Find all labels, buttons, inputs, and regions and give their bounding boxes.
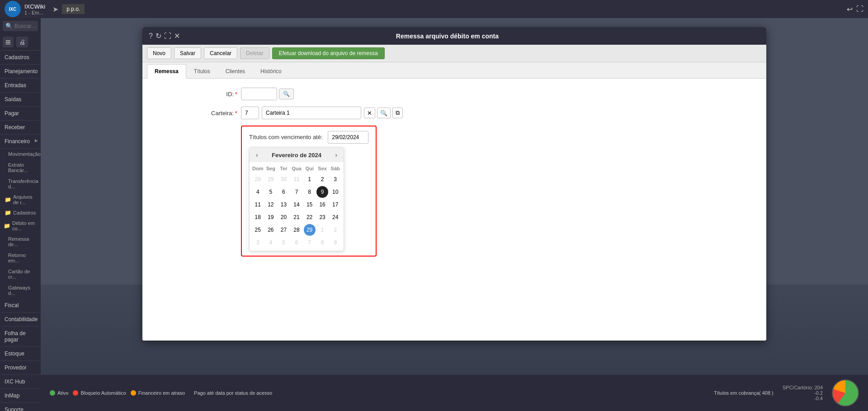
calendar-day[interactable]: 3: [330, 173, 341, 185]
sidebar-search[interactable]: 🔍: [3, 21, 38, 31]
calendar-day[interactable]: 17: [330, 199, 341, 210]
deletar-button[interactable]: Deletar: [240, 47, 269, 59]
top-tab[interactable]: p.p.o.: [62, 4, 85, 14]
calendar-day[interactable]: 2: [330, 224, 341, 236]
calendar-day-today[interactable]: 9: [316, 186, 328, 198]
sidebar-item-receber[interactable]: Receber: [0, 121, 41, 135]
carteira-name-input[interactable]: [262, 107, 361, 119]
calendar-next-button[interactable]: ›: [332, 150, 340, 159]
calendar-day[interactable]: 28: [291, 224, 302, 236]
calendar-day[interactable]: 22: [304, 211, 316, 223]
calendar-day[interactable]: 5: [265, 186, 277, 198]
carteira-clear-button[interactable]: ✕: [364, 107, 375, 118]
sidebar-item-inmap[interactable]: InMap: [0, 389, 41, 403]
tab-clientes[interactable]: Clientes: [218, 64, 253, 78]
sidebar-sub-extrato[interactable]: Extrato Bancár...: [0, 159, 41, 176]
sidebar-sub-gateways[interactable]: Gateways d...: [0, 282, 41, 299]
calendar-day[interactable]: 19: [265, 211, 277, 223]
calendar-day[interactable]: 4: [265, 237, 277, 248]
calendar-day[interactable]: 11: [252, 199, 264, 210]
id-search-button[interactable]: 🔍: [279, 89, 294, 99]
calendar-day[interactable]: 6: [278, 186, 289, 198]
calendar-day[interactable]: 18: [252, 211, 264, 223]
sidebar-item-planejamento[interactable]: Planejamento: [0, 65, 41, 79]
download-button[interactable]: Efetuar download do arquivo de remessa: [272, 47, 385, 59]
calendar-day[interactable]: 8: [316, 237, 328, 248]
sidebar-folder-debito[interactable]: Débito em co...: [0, 218, 41, 234]
sidebar-item-financeiro[interactable]: Financeiro: [0, 135, 41, 149]
carteira-open-button[interactable]: ⧉: [392, 107, 403, 118]
sidebar-item-entradas[interactable]: Entradas: [0, 79, 41, 93]
undo-icon[interactable]: ↩: [847, 5, 853, 14]
calendar-day[interactable]: 30: [278, 173, 289, 185]
calendar-prev-button[interactable]: ‹: [253, 150, 261, 159]
calendar-day[interactable]: 24: [330, 211, 341, 223]
sidebar-item-suporte[interactable]: Suporte: [0, 403, 41, 411]
sidebar-sub-transferencia[interactable]: Transferência d...: [0, 176, 41, 192]
calendar-day[interactable]: 7: [304, 237, 316, 248]
expand-icon[interactable]: ⛶: [164, 32, 171, 40]
salvar-button[interactable]: Salvar: [174, 47, 201, 59]
calendar-day[interactable]: 20: [278, 211, 289, 223]
weekday-dom: Dom: [251, 164, 264, 173]
tab-historico[interactable]: Histórico: [253, 64, 289, 78]
sidebar-item-ixchub[interactable]: IXC Hub: [0, 375, 41, 389]
sidebar-sub-movimentacao[interactable]: Movimentação: [0, 149, 41, 159]
sidebar-item-provedor[interactable]: Provedor: [0, 361, 41, 375]
calendar-day[interactable]: 13: [278, 199, 289, 210]
sidebar-item-fiscal[interactable]: Fiscal: [0, 299, 41, 313]
sidebar-sub-retorno[interactable]: Retorno em...: [0, 250, 41, 266]
calendar-day[interactable]: 26: [265, 224, 277, 236]
calendar-day[interactable]: 14: [291, 199, 302, 210]
calendar-day-selected[interactable]: 29: [304, 224, 316, 236]
calendar-day[interactable]: 3: [252, 237, 264, 248]
id-input[interactable]: [241, 88, 277, 100]
sidebar-sub-remessa[interactable]: Remessa de...: [0, 234, 41, 250]
calendar-day[interactable]: 25: [252, 224, 264, 236]
close-icon[interactable]: ✕: [174, 32, 180, 40]
calendar-day[interactable]: 29: [265, 173, 277, 185]
carteira-search-button[interactable]: 🔍: [377, 107, 391, 118]
date-input[interactable]: [328, 131, 368, 144]
sidebar-item-saidas[interactable]: Saídas: [0, 93, 41, 107]
calendar-day[interactable]: 4: [252, 186, 264, 198]
calendar-day[interactable]: 1: [316, 224, 328, 236]
tab-titulos[interactable]: Títulos: [186, 64, 218, 78]
print-btn[interactable]: 🖨: [16, 37, 28, 47]
calendar-day[interactable]: 15: [304, 199, 316, 210]
calendar-day[interactable]: 8: [304, 186, 316, 198]
nav-icon[interactable]: ➤: [52, 5, 58, 14]
cancelar-button[interactable]: Cancelar: [204, 47, 237, 59]
sidebar-sub-cartao[interactable]: Cartão de cr...: [0, 266, 41, 282]
carteira-id-input[interactable]: [241, 107, 259, 119]
calendar-day[interactable]: 12: [265, 199, 277, 210]
tab-remessa[interactable]: Remessa: [147, 64, 186, 79]
fullscreen-icon[interactable]: ⛶: [856, 5, 863, 13]
calendar-day[interactable]: 6: [291, 237, 302, 248]
search-input[interactable]: [14, 23, 35, 29]
sidebar-folder-arquivos[interactable]: Arquivos de r...: [0, 192, 41, 207]
calendar-day[interactable]: 31: [291, 173, 302, 185]
calendar-day[interactable]: 7: [291, 186, 302, 198]
sidebar-item-cadastros[interactable]: Cadastros: [0, 51, 41, 65]
sidebar-item-contabilidade[interactable]: Contabilidade: [0, 313, 41, 327]
calendar-day[interactable]: 21: [291, 211, 302, 223]
calendar-day[interactable]: 23: [316, 211, 328, 223]
sidebar-item-folha[interactable]: Folha de pagar: [0, 327, 41, 347]
sidebar-item-pagar[interactable]: Pagar: [0, 107, 41, 121]
calendar-day[interactable]: 27: [278, 224, 289, 236]
refresh-icon[interactable]: ↻: [156, 32, 161, 40]
calendar-day[interactable]: 10: [330, 186, 341, 198]
legend-label-financeiro: Financeiro em atraso: [138, 390, 185, 396]
calendar-day[interactable]: 16: [316, 199, 328, 210]
grid-view-btn[interactable]: ⊞: [3, 37, 14, 47]
calendar-day[interactable]: 5: [278, 237, 289, 248]
calendar-day[interactable]: 9: [330, 237, 341, 248]
calendar-day[interactable]: 28: [252, 173, 264, 185]
help-icon[interactable]: ?: [149, 32, 153, 40]
novo-button[interactable]: Novo: [147, 47, 171, 59]
calendar-day[interactable]: 2: [316, 173, 328, 185]
calendar-day[interactable]: 1: [304, 173, 316, 185]
sidebar-item-estoque[interactable]: Estoque: [0, 347, 41, 361]
sidebar-folder-cadastros[interactable]: Cadastros: [0, 207, 41, 218]
